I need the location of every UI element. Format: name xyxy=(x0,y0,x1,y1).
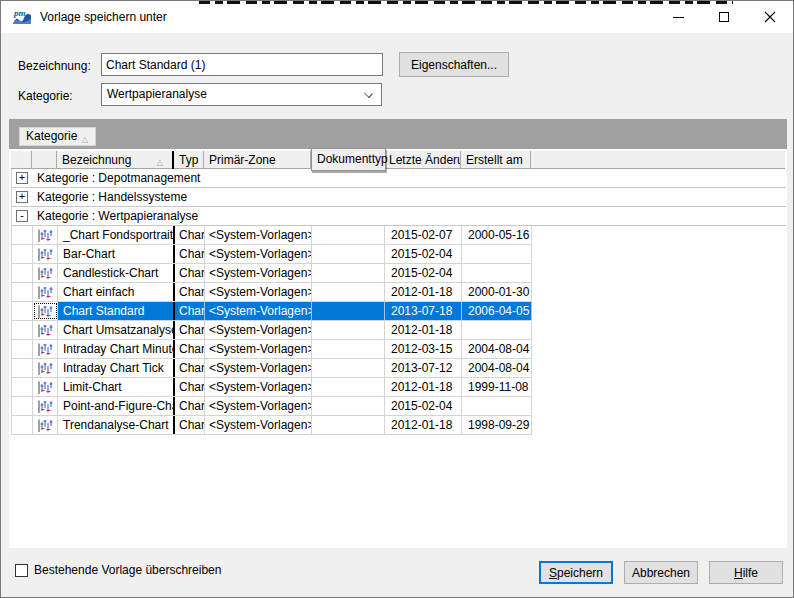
cell-erstellt-am: 1999-11-08 xyxy=(462,378,532,396)
grouping-bar: Kategorie △ xyxy=(9,119,787,149)
cell-dokumenttyp xyxy=(312,264,385,282)
cell-primaer-zone: <System-Vorlagen> xyxy=(205,245,312,263)
cell-letzte-aenderung: 2012-01-18 xyxy=(385,321,462,339)
chart-template-icon xyxy=(33,283,58,301)
cell-bezeichnung[interactable]: Intraday Chart Tick xyxy=(58,359,175,377)
cell-dokumenttyp xyxy=(312,321,385,339)
cell-letzte-aenderung: 2015-02-04 xyxy=(385,397,462,415)
cell-primaer-zone: <System-Vorlagen> xyxy=(205,264,312,282)
table-row[interactable]: Candlestick-Chart Chart <System-Vorlagen… xyxy=(11,264,532,283)
chart-template-icon xyxy=(33,226,58,244)
cell-dokumenttyp xyxy=(312,397,385,415)
chart-template-icon xyxy=(33,340,58,358)
chart-template-icon xyxy=(33,264,58,282)
cell-bezeichnung[interactable]: Chart Standard xyxy=(58,302,175,320)
chart-template-icon xyxy=(33,245,58,263)
chart-template-icon xyxy=(33,321,58,339)
header-erstellt-am[interactable]: Erstellt am xyxy=(461,151,531,169)
header-bezeichnung-label: Bezeichnung xyxy=(62,153,131,167)
group-row-handelssysteme[interactable]: + Kategorie : Handelssysteme xyxy=(11,188,786,207)
cell-dokumenttyp xyxy=(312,416,385,434)
close-icon xyxy=(764,11,776,23)
expand-icon[interactable]: + xyxy=(16,172,28,184)
table-row[interactable]: Chart Umsatzanalyse Chart <System-Vorlag… xyxy=(11,321,532,340)
group-row-label: Kategorie : Wertpapieranalyse xyxy=(37,209,198,223)
cell-bezeichnung[interactable]: Bar-Chart xyxy=(58,245,175,263)
cell-bezeichnung[interactable]: Chart einfach xyxy=(58,283,175,301)
table-row[interactable]: Bar-Chart Chart <System-Vorlagen> 2015-0… xyxy=(11,245,532,264)
cell-primaer-zone: <System-Vorlagen> xyxy=(205,397,312,415)
cell-dokumenttyp xyxy=(312,245,385,263)
table-row[interactable]: Intraday Chart Tick Chart <System-Vorlag… xyxy=(11,359,532,378)
app-icon: pm xyxy=(12,8,32,26)
kategorie-select[interactable]: Wertpapieranalyse xyxy=(101,83,382,106)
cell-typ: Chart xyxy=(175,416,205,434)
cell-letzte-aenderung: 2013-07-12 xyxy=(385,359,462,377)
cell-dokumenttyp xyxy=(312,302,385,320)
maximize-button[interactable] xyxy=(701,1,747,33)
header-indent-cell xyxy=(11,151,32,169)
speichern-button[interactable]: Speichern xyxy=(539,561,613,584)
cell-erstellt-am: 1998-09-29 xyxy=(462,416,532,434)
cell-letzte-aenderung: 2012-01-18 xyxy=(385,416,462,434)
row-indent-cell xyxy=(12,321,33,339)
group-by-kategorie-chip[interactable]: Kategorie △ xyxy=(19,127,96,146)
cell-bezeichnung[interactable]: Point-and-Figure-Chart xyxy=(58,397,175,415)
cell-bezeichnung[interactable]: Chart Umsatzanalyse xyxy=(58,321,175,339)
title-bar[interactable]: pm Vorlage speichern unter xyxy=(1,1,793,33)
table-row[interactable]: Chart einfach Chart <System-Vorlagen> 20… xyxy=(11,283,532,302)
cell-bezeichnung[interactable]: Limit-Chart xyxy=(58,378,175,396)
cell-typ: Chart xyxy=(175,302,205,320)
row-indent-cell xyxy=(12,340,33,358)
minimize-icon xyxy=(673,17,684,18)
row-indent-cell xyxy=(12,378,33,396)
cell-bezeichnung[interactable]: Intraday Chart Minute xyxy=(58,340,175,358)
header-primaer-zone[interactable]: Primär-Zone xyxy=(204,151,311,169)
header-icon-cell xyxy=(32,151,57,169)
expand-icon[interactable]: + xyxy=(16,191,28,203)
cell-primaer-zone: <System-Vorlagen> xyxy=(205,378,312,396)
window-title: Vorlage speichern unter xyxy=(40,10,167,24)
close-button[interactable] xyxy=(747,1,793,33)
group-row-depotmanagement[interactable]: + Kategorie : Depotmanagement xyxy=(11,169,786,188)
table-row[interactable]: _Chart Fondsportrait Chart <System-Vorla… xyxy=(11,226,532,245)
table-row[interactable]: Limit-Chart Chart <System-Vorlagen> 2012… xyxy=(11,378,532,397)
hilfe-button[interactable]: Hilfe xyxy=(709,561,783,584)
cell-typ: Chart xyxy=(175,340,205,358)
group-row-wertpapieranalyse[interactable]: - Kategorie : Wertpapieranalyse xyxy=(11,207,786,226)
chart-template-icon xyxy=(33,397,58,415)
overwrite-checkbox[interactable] xyxy=(15,564,28,577)
cell-erstellt-am xyxy=(462,245,532,263)
cell-bezeichnung[interactable]: _Chart Fondsportrait xyxy=(58,226,175,244)
kategorie-label: Kategorie: xyxy=(18,89,73,103)
cell-typ: Chart xyxy=(175,359,205,377)
background-window-text-sliver xyxy=(199,1,733,4)
header-typ[interactable]: Typ xyxy=(174,151,204,169)
cell-letzte-aenderung: 2015-02-07 xyxy=(385,226,462,244)
header-bezeichnung[interactable]: Bezeichnung △ xyxy=(57,151,174,169)
table-row-selected[interactable]: Chart Standard Chart <System-Vorlagen> 2… xyxy=(11,302,532,321)
header-letzte-aenderung[interactable]: Letzte Änderung xyxy=(384,151,461,169)
cell-letzte-aenderung: 2015-02-04 xyxy=(385,245,462,263)
header-dokumenttyp[interactable]: Dokumenttyp xyxy=(311,148,386,171)
cell-typ: Chart xyxy=(175,378,205,396)
table-row[interactable]: Intraday Chart Minute Chart <System-Vorl… xyxy=(11,340,532,359)
cell-letzte-aenderung: 2015-02-04 xyxy=(385,264,462,282)
table-row[interactable]: Trendanalyse-Chart Chart <System-Vorlage… xyxy=(11,416,532,435)
cell-bezeichnung[interactable]: Trendanalyse-Chart xyxy=(58,416,175,434)
maximize-icon xyxy=(719,12,729,22)
cell-erstellt-am: 2004-08-04 xyxy=(462,340,532,358)
kategorie-selected-value: Wertpapieranalyse xyxy=(107,87,207,101)
abbrechen-button[interactable]: Abbrechen xyxy=(624,561,698,584)
table-row[interactable]: Point-and-Figure-Chart Chart <System-Vor… xyxy=(11,397,532,416)
group-chip-label: Kategorie xyxy=(26,129,77,143)
cell-bezeichnung[interactable]: Candlestick-Chart xyxy=(58,264,175,282)
row-indent-cell xyxy=(12,416,33,434)
eigenschaften-button[interactable]: Eigenschaften... xyxy=(399,52,509,77)
collapse-icon[interactable]: - xyxy=(16,210,28,222)
cell-typ: Chart xyxy=(175,321,205,339)
group-row-label: Kategorie : Depotmanagement xyxy=(37,171,200,185)
bezeichnung-input[interactable] xyxy=(101,53,383,76)
cell-dokumenttyp xyxy=(312,378,385,396)
minimize-button[interactable] xyxy=(655,1,701,33)
